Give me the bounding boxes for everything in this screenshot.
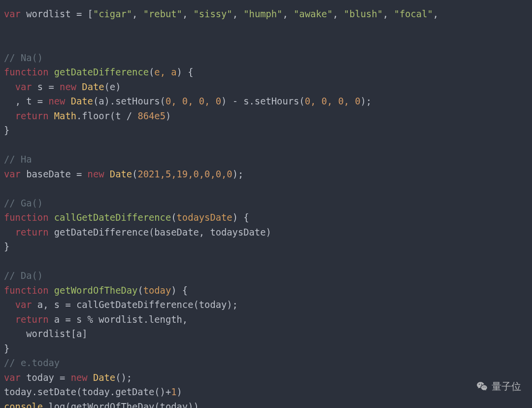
keyword-return: return	[15, 111, 49, 121]
keyword-new: new	[88, 169, 104, 179]
comment: // Ha	[4, 154, 32, 165]
code-text: .log(getWordOfTheDay(today))	[43, 402, 199, 408]
code-block: var wordlist = ["cigar", "rebut", "sissy…	[0, 0, 532, 408]
keyword-var: var	[4, 169, 21, 179]
params: today	[143, 285, 171, 296]
comment: // e.today	[4, 358, 60, 368]
watermark-text: 量子位	[492, 380, 521, 393]
string: "awake"	[294, 9, 332, 19]
code-text: , t =	[15, 96, 49, 106]
identifier: baseDate =	[21, 169, 88, 179]
code-text: );	[361, 96, 372, 106]
keyword-var: var	[15, 82, 32, 92]
watermark: 量子位	[476, 380, 521, 393]
function-name: getWordOfTheDay	[54, 285, 138, 296]
punct: ,	[433, 9, 438, 19]
code-text: s =	[32, 82, 60, 92]
keyword-function: function	[4, 67, 48, 77]
keyword-var: var	[4, 373, 21, 383]
keyword-function: function	[4, 285, 48, 296]
keyword-function: function	[4, 212, 48, 223]
keyword-new: new	[48, 96, 65, 106]
global: Math	[48, 111, 76, 121]
function-name: getDateDifference	[54, 67, 149, 77]
class-name: Date	[65, 96, 93, 106]
code-text: (e)	[104, 82, 121, 92]
code-text: ) - s.setHours(	[221, 96, 305, 106]
class-name: Date	[76, 82, 104, 92]
params: todaysDate	[177, 212, 233, 223]
code-text: )	[166, 111, 171, 121]
class-name: Date	[104, 169, 133, 179]
wechat-icon	[476, 380, 489, 393]
keyword-new: new	[60, 82, 76, 92]
function-name: callGetDateDifference	[54, 212, 171, 223]
code-text: )	[177, 387, 182, 397]
code-text: .floor(t /	[76, 111, 137, 121]
punct: = [	[71, 9, 93, 19]
string: "sissy"	[194, 9, 233, 19]
code-text: a = s % wordlist.length,	[48, 314, 188, 325]
string: "blush"	[344, 9, 383, 19]
keyword-return: return	[15, 227, 49, 238]
keyword-new: new	[71, 373, 88, 383]
code-text: today =	[21, 373, 71, 383]
number: 0, 0, 0, 0	[305, 96, 361, 106]
code-text: a, s = callGetDateDifference(today);	[32, 300, 238, 310]
number: 864e5	[137, 111, 166, 121]
code-text: today.setDate(today.getDate()+	[4, 387, 171, 397]
number: 1	[171, 387, 176, 397]
string: "focal"	[394, 9, 433, 19]
identifier: wordlist	[26, 9, 70, 19]
keyword-var: var	[15, 300, 32, 310]
code-text: ();	[115, 373, 132, 383]
global: console	[4, 402, 43, 408]
keyword-return: return	[15, 314, 49, 325]
string: "humph"	[243, 9, 282, 19]
code-text: getDateDifference(baseDate, todaysDate)	[48, 227, 271, 238]
punct: );	[233, 169, 244, 179]
number: 2021,5,19,0,0,0,0	[137, 169, 232, 179]
class-name: Date	[88, 373, 116, 383]
params: e, a	[154, 67, 176, 77]
punct: (	[132, 169, 137, 179]
number: 0, 0, 0, 0	[166, 96, 221, 106]
comment: // Na()	[4, 53, 43, 63]
keyword-var: var	[4, 9, 21, 19]
code-text: (a).setHours(	[93, 96, 166, 106]
comment: // Da()	[4, 271, 43, 281]
code-text: wordlist[a]	[26, 329, 87, 339]
comment: // Ga()	[4, 198, 43, 208]
string: "rebut"	[143, 9, 182, 19]
string: "cigar"	[93, 9, 132, 19]
